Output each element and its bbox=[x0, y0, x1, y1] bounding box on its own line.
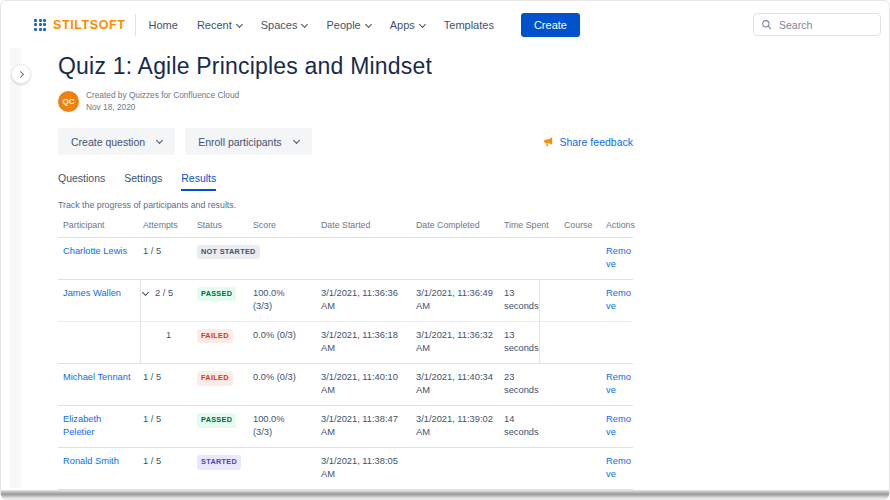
participant-link[interactable]: James Wallen bbox=[63, 288, 121, 298]
avatar: QC bbox=[58, 91, 79, 112]
tab-results[interactable]: Results bbox=[181, 172, 216, 191]
remove-link[interactable]: Remove bbox=[606, 456, 631, 479]
cell-score bbox=[253, 245, 321, 271]
search-input[interactable] bbox=[777, 18, 873, 32]
column-header-participant: Participant bbox=[58, 220, 143, 230]
expanded-row-group: James Wallen 2 / 5 PASSED 100.0% (3/3) 3… bbox=[58, 280, 633, 364]
created-date: Nov 18, 2020 bbox=[86, 102, 239, 114]
cell-actions bbox=[606, 329, 633, 355]
attempts-value: 1 / 5 bbox=[143, 414, 161, 424]
remove-link[interactable]: Remove bbox=[606, 288, 631, 311]
participant-link[interactable]: Ronald Smith bbox=[63, 456, 119, 466]
byline: QC Created by Quizzes for Confluence Clo… bbox=[58, 90, 633, 113]
cell-date-completed: 3/1/2021, 11:39:02 AM bbox=[416, 413, 504, 439]
chevron-down-icon bbox=[301, 20, 308, 27]
main-content: Quiz 1: Agile Principles and Mindset QC … bbox=[58, 53, 633, 500]
sidebar-rail bbox=[10, 48, 21, 488]
cell-score: 0.0% (0/3) bbox=[253, 329, 321, 355]
enroll-participants-label: Enroll participants bbox=[198, 136, 281, 148]
results-description: Track the progress of participants and r… bbox=[58, 200, 633, 210]
cell-actions: Remove bbox=[606, 287, 633, 313]
app-switcher-icon[interactable] bbox=[34, 19, 46, 31]
status-badge: NOT STARTED bbox=[197, 245, 260, 259]
cell-time-spent bbox=[504, 455, 564, 481]
remove-link[interactable]: Remove bbox=[606, 372, 631, 395]
remove-link[interactable]: Remove bbox=[606, 246, 631, 269]
nav-item-recent[interactable]: Recent bbox=[197, 19, 242, 31]
cell-status: PASSED bbox=[197, 287, 253, 313]
cell-course bbox=[564, 371, 606, 397]
cell-time-spent: 23 seconds bbox=[504, 371, 564, 397]
table-row: James Wallen 2 / 5 PASSED 100.0% (3/3) 3… bbox=[58, 280, 633, 321]
cell-status: NOT STARTED bbox=[197, 245, 253, 271]
cell-date-completed: 3/1/2021, 11:36:49 AM bbox=[416, 287, 504, 313]
column-header-course: Course bbox=[564, 220, 606, 230]
create-question-button[interactable]: Create question bbox=[58, 128, 175, 155]
cell-date-started: 3/1/2021, 11:36:18 AM bbox=[321, 329, 416, 355]
cell-course bbox=[564, 413, 606, 439]
chevron-down-icon bbox=[236, 20, 243, 27]
cell-score bbox=[253, 455, 321, 481]
status-badge: STARTED bbox=[197, 455, 241, 469]
chevron-down-icon[interactable] bbox=[142, 289, 149, 296]
search-icon bbox=[761, 19, 772, 30]
create-button[interactable]: Create bbox=[521, 13, 580, 37]
tab-settings[interactable]: Settings bbox=[124, 172, 162, 191]
participant-link[interactable]: Elizabeth Peletier bbox=[63, 414, 101, 437]
participant-link[interactable]: Michael Tennant bbox=[63, 372, 131, 382]
participant-link[interactable]: Charlotte Lewis bbox=[63, 246, 127, 256]
window-shadow bbox=[1, 490, 889, 499]
enroll-participants-button[interactable]: Enroll participants bbox=[185, 128, 311, 155]
cell-date-started: 3/1/2021, 11:40:10 AM bbox=[321, 371, 416, 397]
table-row: Charlotte Lewis 1 / 5 NOT STARTED Remove bbox=[58, 238, 633, 280]
created-by-text: Created by Quizzes for Confluence Cloud bbox=[86, 90, 239, 102]
cell-time-spent bbox=[504, 245, 564, 271]
cell-date-started: 3/1/2021, 11:36:36 AM bbox=[321, 287, 416, 313]
search-box[interactable] bbox=[753, 13, 881, 36]
remove-link[interactable]: Remove bbox=[606, 414, 631, 437]
nav-item-home[interactable]: Home bbox=[149, 19, 178, 31]
table-row: Michael Tennant 1 / 5 FAILED 0.0% (0/3) … bbox=[58, 364, 633, 406]
results-table: ParticipantAttemptsStatusScoreDate Start… bbox=[58, 213, 633, 500]
cell-course bbox=[564, 455, 606, 481]
browser-window: STILTSOFT HomeRecentSpacesPeopleAppsTemp… bbox=[0, 0, 890, 500]
tab-questions[interactable]: Questions bbox=[58, 172, 105, 191]
nav-item-apps[interactable]: Apps bbox=[390, 19, 425, 31]
cell-course bbox=[564, 245, 606, 271]
column-header-status: Status bbox=[197, 220, 253, 230]
status-badge: PASSED bbox=[197, 413, 236, 427]
table-body: Charlotte Lewis 1 / 5 NOT STARTED Remove… bbox=[58, 238, 633, 500]
column-header-completed: Date Completed bbox=[416, 220, 504, 230]
nav-item-spaces[interactable]: Spaces bbox=[261, 19, 308, 31]
column-header-time: Time Spent bbox=[504, 220, 564, 230]
attempts-value: 1 / 5 bbox=[143, 372, 161, 382]
cell-participant: Michael Tennant bbox=[58, 371, 143, 397]
table-row: Elizabeth Peletier 1 / 5 PASSED 100.0% (… bbox=[58, 406, 633, 448]
cell-participant: Elizabeth Peletier bbox=[58, 413, 143, 439]
cell-participant: Charlotte Lewis bbox=[58, 245, 143, 271]
cell-date-completed bbox=[416, 455, 504, 481]
cell-attempts: 1 / 5 bbox=[143, 413, 197, 439]
stiltsoft-logo[interactable]: STILTSOFT bbox=[53, 18, 126, 32]
expand-sidebar-button[interactable] bbox=[11, 64, 31, 84]
cell-score: 100.0% (3/3) bbox=[253, 287, 321, 313]
cell-actions: Remove bbox=[606, 245, 633, 271]
nav-item-templates[interactable]: Templates bbox=[444, 19, 494, 31]
byline-text: Created by Quizzes for Confluence Cloud … bbox=[86, 90, 239, 113]
cell-time-spent: 14 seconds bbox=[504, 413, 564, 439]
toolbar: Create question Enroll participants Shar… bbox=[58, 128, 633, 155]
status-badge: PASSED bbox=[197, 287, 236, 301]
megaphone-icon bbox=[542, 136, 554, 148]
cell-actions: Remove bbox=[606, 371, 633, 397]
table-row: Ronald Smith 1 / 5 STARTED 3/1/2021, 11:… bbox=[58, 448, 633, 490]
cell-status: STARTED bbox=[197, 455, 253, 481]
cell-date-started: 3/1/2021, 11:38:47 AM bbox=[321, 413, 416, 439]
cell-attempts: 1 / 5 bbox=[143, 245, 197, 271]
status-badge: FAILED bbox=[197, 371, 233, 385]
tabs: QuestionsSettingsResults bbox=[58, 172, 633, 191]
nav-item-people[interactable]: People bbox=[326, 19, 370, 31]
cell-attempts: 1 / 5 bbox=[143, 371, 197, 397]
cell-date-completed: 3/1/2021, 11:40:34 AM bbox=[416, 371, 504, 397]
status-badge: FAILED bbox=[197, 329, 233, 343]
share-feedback-link[interactable]: Share feedback bbox=[542, 136, 633, 148]
